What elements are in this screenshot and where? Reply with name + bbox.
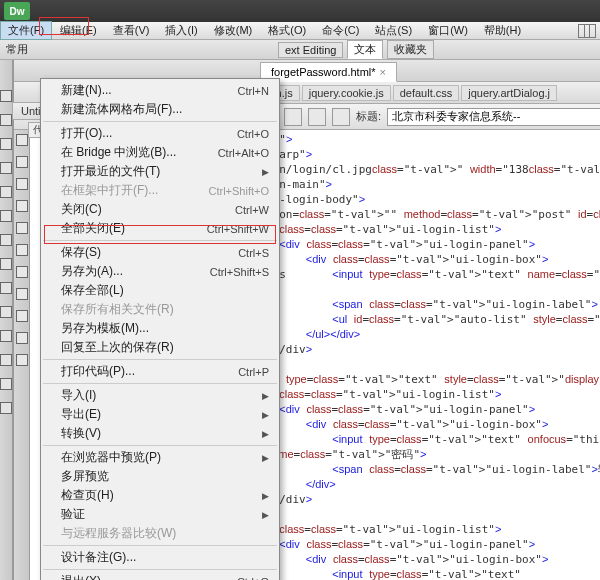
panel-tab-2[interactable]: 收藏夹: [387, 40, 434, 59]
insert-bar: 常用 ext Editing 文本 收藏夹: [0, 40, 600, 60]
menu-item[interactable]: 打开(O)...Ctrl+O: [41, 124, 279, 143]
menu-item[interactable]: 关闭(C)Ctrl+W: [41, 200, 279, 219]
menu-item-label: 保存(S): [61, 244, 238, 261]
menu-separator: [43, 569, 277, 570]
rail-icon[interactable]: [0, 90, 12, 102]
code-editor[interactable]: ha"> -warp"> mon/login/cl.jpgclass="t-va…: [260, 130, 600, 580]
menu-format[interactable]: 格式(O): [260, 21, 314, 40]
code-rail-icon[interactable]: [16, 288, 28, 300]
submenu-arrow-icon: ▶: [262, 453, 269, 463]
rail-icon[interactable]: [0, 258, 12, 270]
rail-icon[interactable]: [0, 378, 12, 390]
code-rail-icon[interactable]: [16, 156, 28, 168]
code-rail-icon[interactable]: [16, 310, 28, 322]
toolbar-btn[interactable]: [332, 108, 350, 126]
code-rail-icon[interactable]: [16, 244, 28, 256]
rail-icon[interactable]: [0, 114, 12, 126]
rail-icon[interactable]: [0, 354, 12, 366]
menu-separator: [43, 121, 277, 122]
menu-item-label: 回复至上次的保存(R): [61, 339, 269, 356]
menu-item[interactable]: 另存为模板(M)...: [41, 319, 279, 338]
rail-icon[interactable]: [0, 306, 12, 318]
menu-item[interactable]: 保存全部(L): [41, 281, 279, 300]
rail-icon[interactable]: [0, 186, 12, 198]
code-rail-icon[interactable]: [16, 200, 28, 212]
menu-file[interactable]: 文件(F): [0, 21, 52, 40]
menu-item-shortcut: Ctrl+O: [237, 128, 269, 140]
menu-bar: 文件(F) 编辑(E) 查看(V) 插入(I) 修改(M) 格式(O) 命令(C…: [0, 22, 600, 40]
related-file[interactable]: default.css: [393, 85, 460, 101]
submenu-arrow-icon: ▶: [262, 410, 269, 420]
menu-item-label: 打印代码(P)...: [61, 363, 238, 380]
panel-tab-0[interactable]: ext Editing: [278, 42, 343, 58]
left-rail-1: [0, 60, 13, 580]
menu-item-label: 与远程服务器比较(W): [61, 525, 269, 542]
menu-item[interactable]: 新建(N)...Ctrl+N: [41, 81, 279, 100]
menu-item-label: 在框架中打开(F)...: [61, 182, 208, 199]
menu-modify[interactable]: 修改(M): [206, 21, 261, 40]
menu-item[interactable]: 退出(X)Ctrl+Q: [41, 572, 279, 580]
code-rail-icon[interactable]: [16, 354, 28, 366]
rail-icon[interactable]: [0, 138, 12, 150]
rail-icon[interactable]: [0, 282, 12, 294]
menu-view[interactable]: 查看(V): [105, 21, 158, 40]
menu-item-label: 导入(I): [61, 387, 258, 404]
close-icon[interactable]: ×: [380, 66, 386, 78]
menu-item-shortcut: Ctrl+Q: [237, 576, 269, 581]
menu-item-label: 打开(O)...: [61, 125, 237, 142]
code-rail-icon[interactable]: [16, 266, 28, 278]
menu-item-label: 新建(N)...: [61, 82, 238, 99]
layout-switch-icon[interactable]: [578, 24, 596, 38]
menu-item: 保存所有相关文件(R): [41, 300, 279, 319]
menu-help[interactable]: 帮助(H): [476, 21, 529, 40]
menu-site[interactable]: 站点(S): [367, 21, 420, 40]
menu-item[interactable]: 验证▶: [41, 505, 279, 524]
code-rail-icon[interactable]: [16, 134, 28, 146]
menu-insert[interactable]: 插入(I): [157, 21, 205, 40]
menu-item[interactable]: 多屏预览: [41, 467, 279, 486]
code-rail-icon[interactable]: [16, 222, 28, 234]
code-rail-icon[interactable]: [16, 332, 28, 344]
menu-item[interactable]: 打开最近的文件(T)▶: [41, 162, 279, 181]
menu-window[interactable]: 窗口(W): [420, 21, 476, 40]
menu-separator: [43, 445, 277, 446]
menu-separator: [43, 359, 277, 360]
rail-icon[interactable]: [0, 402, 12, 414]
menu-item: 与远程服务器比较(W): [41, 524, 279, 543]
menu-item[interactable]: 新建流体网格布局(F)...: [41, 100, 279, 119]
menu-edit[interactable]: 编辑(E): [52, 21, 105, 40]
menu-item-shortcut: Ctrl+Shift+S: [210, 266, 269, 278]
menu-item[interactable]: 设计备注(G)...: [41, 548, 279, 567]
submenu-arrow-icon: ▶: [262, 167, 269, 177]
rail-icon[interactable]: [0, 330, 12, 342]
rail-icon[interactable]: [0, 162, 12, 174]
menu-item[interactable]: 导出(E)▶: [41, 405, 279, 424]
menu-item[interactable]: 在浏览器中预览(P)▶: [41, 448, 279, 467]
menu-item-label: 保存全部(L): [61, 282, 269, 299]
menu-item[interactable]: 回复至上次的保存(R): [41, 338, 279, 357]
menu-item[interactable]: 导入(I)▶: [41, 386, 279, 405]
related-file[interactable]: jquery.artDialog.j: [461, 85, 557, 101]
panel-tab-1[interactable]: 文本: [347, 40, 383, 59]
menu-item-label: 多屏预览: [61, 468, 269, 485]
title-input[interactable]: [387, 108, 600, 126]
menu-item[interactable]: 检查页(H)▶: [41, 486, 279, 505]
title-label: 标题:: [356, 109, 381, 124]
insert-bar-label[interactable]: 常用: [6, 42, 28, 57]
toolbar-btn[interactable]: [284, 108, 302, 126]
menu-item[interactable]: 另存为(A)...Ctrl+Shift+S: [41, 262, 279, 281]
doc-tab-label: forgetPassword.html*: [271, 66, 376, 78]
code-rail-icon[interactable]: [16, 178, 28, 190]
menu-item[interactable]: 转换(V)▶: [41, 424, 279, 443]
related-file[interactable]: jquery.cookie.js: [302, 85, 391, 101]
toolbar-btn[interactable]: [308, 108, 326, 126]
menu-item[interactable]: 全部关闭(E)Ctrl+Shift+W: [41, 219, 279, 238]
menu-command[interactable]: 命令(C): [314, 21, 367, 40]
doc-tab-0[interactable]: forgetPassword.html*×: [260, 62, 397, 82]
menu-item[interactable]: 在 Bridge 中浏览(B)...Ctrl+Alt+O: [41, 143, 279, 162]
menu-item[interactable]: 打印代码(P)...Ctrl+P: [41, 362, 279, 381]
menu-item-label: 导出(E): [61, 406, 258, 423]
rail-icon[interactable]: [0, 210, 12, 222]
menu-item[interactable]: 保存(S)Ctrl+S: [41, 243, 279, 262]
rail-icon[interactable]: [0, 234, 12, 246]
